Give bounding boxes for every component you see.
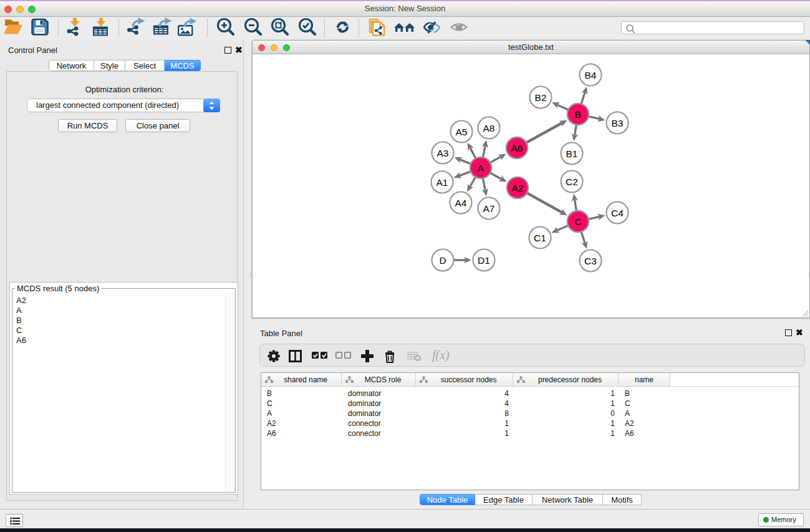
svg-text:A5: A5 [456, 127, 468, 137]
svg-text:B2: B2 [535, 92, 547, 103]
svg-text:C4: C4 [611, 208, 624, 218]
svg-text:B: B [575, 109, 581, 120]
svg-text:A1: A1 [436, 177, 448, 188]
svg-text:C2: C2 [566, 177, 578, 187]
svg-text:A3: A3 [437, 148, 449, 158]
svg-text:C1: C1 [534, 233, 546, 243]
svg-text:A7: A7 [483, 203, 495, 214]
svg-text:B4: B4 [585, 70, 597, 80]
svg-text:B1: B1 [566, 148, 578, 159]
svg-text:A: A [478, 163, 485, 173]
svg-text:D1: D1 [478, 255, 490, 266]
svg-text:D: D [439, 255, 446, 266]
svg-text:A4: A4 [455, 198, 467, 208]
svg-text:C: C [574, 216, 581, 227]
svg-text:B3: B3 [612, 118, 624, 128]
svg-text:C3: C3 [584, 256, 597, 266]
svg-text:A6: A6 [511, 143, 523, 153]
svg-text:A8: A8 [483, 123, 495, 133]
svg-text:A2: A2 [512, 183, 524, 193]
